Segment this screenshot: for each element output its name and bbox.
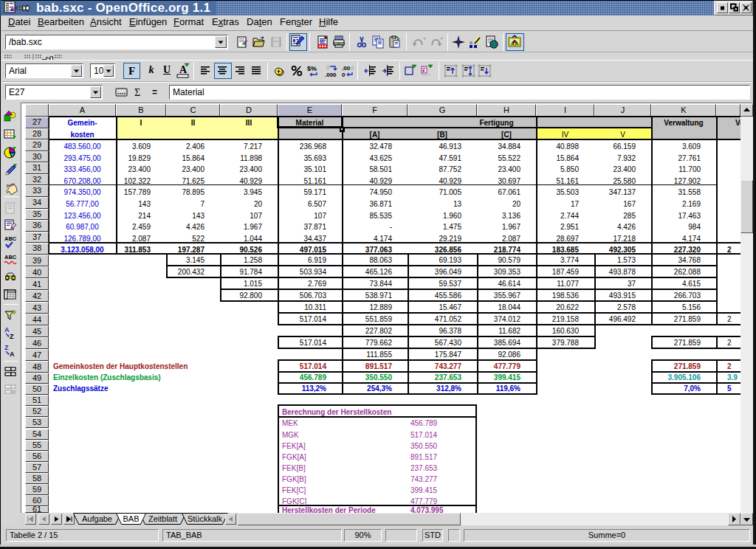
svg-text:Stückkalk: Stückkalk bbox=[188, 514, 223, 523]
svg-text:BAB: BAB bbox=[123, 514, 139, 523]
svg-text:ABC: ABC bbox=[4, 235, 17, 242]
svg-text:0: 0 bbox=[342, 72, 346, 78]
svg-text:Aufgabe: Aufgabe bbox=[82, 514, 112, 523]
svg-text:A: A bbox=[4, 326, 10, 334]
svg-text:Z: Z bbox=[4, 344, 9, 351]
svg-text:0: 0 bbox=[351, 65, 354, 72]
svg-text:A: A bbox=[10, 351, 15, 358]
svg-text:$%: $% bbox=[307, 65, 317, 72]
svg-text:Z: Z bbox=[10, 333, 14, 340]
svg-text:Zeitblatt: Zeitblatt bbox=[148, 514, 177, 523]
svg-text:ABC: ABC bbox=[4, 254, 17, 260]
svg-text:.000: .000 bbox=[325, 72, 337, 78]
svg-text:.00: .00 bbox=[342, 65, 351, 72]
svg-text:=: = bbox=[152, 87, 157, 97]
svg-text:0: 0 bbox=[326, 64, 330, 71]
svg-text:Σ: Σ bbox=[134, 87, 140, 98]
